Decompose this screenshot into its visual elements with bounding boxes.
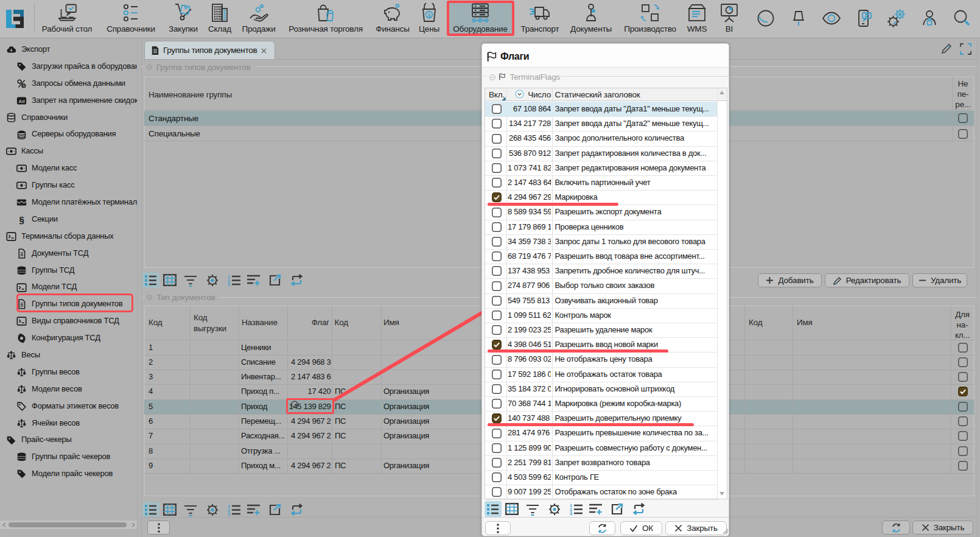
svg-text:3: 3 (570, 511, 572, 515)
